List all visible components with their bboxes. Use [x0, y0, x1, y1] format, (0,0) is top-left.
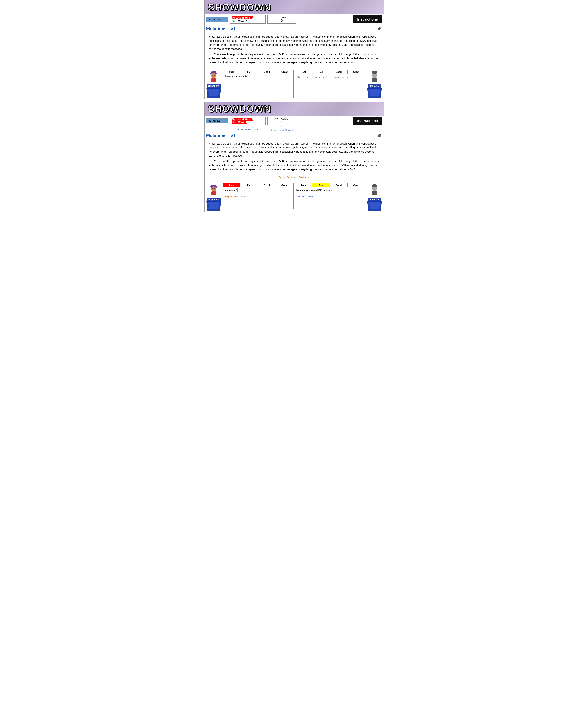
opponent-wins-line: Opponent Wins: 2 — [232, 16, 263, 19]
passage-text2-1: There are three possible consequences to… — [209, 52, 379, 65]
turns-display-2: Turns: 5/8 — [206, 118, 228, 123]
svg-marker-0 — [377, 27, 380, 30]
top-bar-2: Turns: 5/8 Opponent Wins: 2 Your Wins: 1… — [204, 116, 384, 126]
student-stand-2 — [366, 201, 383, 211]
passage-2: known as a deletion. Or an extra base mi… — [206, 140, 382, 175]
svg-point-19 — [211, 186, 216, 191]
opp-header-fair-1: Fair — [241, 70, 258, 74]
won-annotation-wrapper: ↑ Student won the round — [237, 125, 259, 131]
opponent-label-1: Opponent — [207, 84, 221, 88]
header-banner-1: SHOWDOWN — [204, 0, 384, 14]
opponent-avatar-1: Opponent — [205, 70, 222, 98]
game-panels-1: Poor Fair Good Great The opponent is rea… — [223, 70, 365, 98]
stu-header-poor-1: Poor — [295, 70, 313, 74]
passage-text1-1: known as a deletion. Or an extra base mi… — [209, 35, 379, 51]
student-label-2: ttl66046 — [368, 197, 381, 201]
opponent-wins-label-1: Opponent Wins: 2 — [232, 16, 254, 19]
showdown-title-2: SHOWDOWN — [208, 103, 271, 114]
showdown-title-1: SHOWDOWN — [208, 2, 271, 13]
svg-point-11 — [372, 71, 377, 74]
passage-text1-2: known as a deletion. Or an extra base mi… — [209, 142, 379, 158]
your-wins-line-2: Your Wins: 1 — [232, 121, 263, 124]
speaker-icon-1[interactable] — [377, 26, 382, 31]
points-value-1: 0 — [270, 19, 294, 23]
student-explanation-textarea-1[interactable] — [296, 75, 364, 96]
points-value-2: 10 — [270, 120, 294, 124]
opponent-rating-header-1: Poor Fair Good Great — [223, 70, 293, 74]
turns-display-1: Turns: 5/8 — [206, 17, 228, 22]
student-explanation-label: Student's Explanation — [296, 195, 364, 198]
points-label-2: Your points: — [270, 118, 294, 120]
wins-annotation-area: Opponent Wins: 2 Your Wins: 1 ↑ Student … — [230, 117, 266, 125]
opponent-figure-2 — [207, 183, 220, 197]
sys-eval-wrapper: System Generated Evaluation ↓ — [204, 176, 384, 182]
svg-point-3 — [211, 73, 216, 78]
svg-point-27 — [372, 184, 377, 187]
opp-header-good-1: Good — [258, 70, 276, 74]
student-input-area-1[interactable] — [295, 74, 365, 98]
student-rating-panel-1: Poor Fair Good Great — [295, 70, 365, 98]
passage-bold-2: A mutagen is anything that can cause a m… — [283, 168, 356, 171]
svg-rect-12 — [372, 78, 377, 82]
opp-header-poor-1: Poor — [223, 70, 241, 74]
instructions-button-2[interactable]: Instructions — [353, 117, 382, 125]
points-annotation: Student earned 10 points — [270, 129, 294, 132]
game-panels-2: Poor Fair Good Great a mutation? ↑ Compu… — [223, 183, 365, 209]
page-2: SHOWDOWN Turns: 5/8 Opponent Wins: 2 You… — [204, 101, 384, 213]
opponent-stand-2 — [205, 201, 222, 211]
svg-marker-14 — [369, 89, 380, 96]
svg-marker-16 — [377, 134, 380, 138]
top-bar-1: Turns: 5/8 Opponent Wins: 2 Your Wins: 0… — [204, 14, 384, 25]
svg-marker-8 — [208, 89, 219, 96]
points-annotation-area: Your points: 10 ↑ Student earned 10 poin… — [267, 117, 296, 125]
game-area-1: Opponent Poor Fair Good Great The oppone… — [204, 69, 384, 99]
passage-1: known as a deletion. Or an extra base mi… — [206, 33, 382, 68]
opponent-rating-panel-1: Poor Fair Good Great The opponent is rea… — [223, 70, 294, 98]
stu-header-good-1: Good — [330, 70, 347, 74]
stu-header-great-1: Great — [347, 70, 365, 74]
points-box-1: Your points: 0 — [267, 15, 296, 24]
passage-text2-2: There are three possible consequences to… — [209, 159, 379, 171]
opponent-explanation-2: a mutation? ↑ Computer's Explanation — [223, 187, 293, 209]
mutations-title-2: Mutations - V1 — [206, 133, 236, 138]
section-title-1: Mutations - V1 — [204, 25, 384, 32]
student-avatar-2: ttl66046 — [366, 183, 383, 211]
opp-header-good-2: Good — [258, 183, 276, 187]
speaker-icon-2[interactable] — [377, 133, 382, 138]
points-box-2: Your points: 10 — [267, 117, 296, 125]
passage-bold-1: A mutagen is anything that can cause a m… — [283, 61, 356, 64]
stu-header-great-2: Great — [347, 183, 365, 187]
svg-point-5 — [214, 75, 215, 76]
svg-rect-31 — [368, 201, 381, 203]
opp-text-2: a mutation? — [224, 188, 238, 192]
mutations-title-1: Mutations - V1 — [206, 26, 236, 31]
student-figure-1 — [368, 70, 381, 84]
opponent-wins-line-2: Opponent Wins: 2 — [232, 118, 263, 121]
opponent-rating-header-2: Poor Fair Good Great — [223, 183, 293, 187]
student-rating-header-1: Poor Fair Good Great — [295, 70, 365, 74]
opponent-rating-panel-2: Poor Fair Good Great a mutation? ↑ Compu… — [223, 183, 294, 209]
stu-header-fair-2: Fair — [312, 183, 330, 187]
sys-eval-label: System Generated Evaluation — [204, 176, 384, 179]
stu-header-fair-1: Fair — [312, 70, 330, 74]
svg-marker-24 — [208, 203, 219, 210]
won-arrow: ↑ — [237, 125, 259, 128]
page-1: SHOWDOWN Turns: 5/8 Opponent Wins: 2 You… — [204, 0, 384, 99]
game-area-2: Opponent Poor Fair Good Great a mutation… — [204, 182, 384, 212]
your-wins-line-1: Your Wins: 0 — [232, 19, 263, 23]
instructions-button-1[interactable]: Instructions — [353, 16, 382, 23]
stu-text-2: Mutagen can cause DNA mutation. — [296, 188, 334, 192]
your-wins-label-2: Your Wins: 1 — [232, 121, 247, 124]
opp-header-poor-2: Poor — [223, 183, 241, 187]
points-label-1: Your points: — [270, 16, 294, 19]
opp-header-great-1: Great — [276, 70, 293, 74]
opponent-stand-1 — [205, 88, 222, 98]
svg-rect-15 — [368, 88, 381, 89]
student-explanation-2: Mutagen can cause DNA mutation. ↑ Studen… — [295, 187, 365, 209]
stu-exp-arrow: ↑ — [296, 192, 364, 195]
wins-box-1: Opponent Wins: 2 Your Wins: 0 — [230, 15, 266, 24]
points-annotation-wrapper: ↑ Student earned 10 points — [270, 125, 294, 132]
wins-box-2: Opponent Wins: 2 Your Wins: 1 — [230, 117, 266, 125]
student-stand-1 — [366, 88, 383, 98]
svg-rect-28 — [372, 191, 377, 195]
